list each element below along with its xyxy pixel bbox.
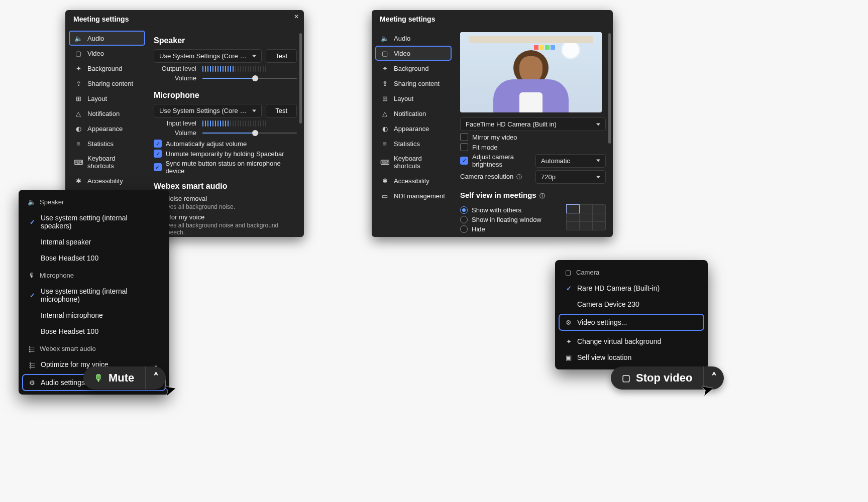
microphone-icon: 🎙 (93, 373, 103, 383)
output-level-label: Output level (154, 65, 196, 72)
keyboard-icon: ⌨ (74, 158, 82, 166)
sidebar-item-layout[interactable]: ⊞Layout (69, 91, 145, 105)
sidebar-item-label: Accessibility (394, 177, 429, 185)
test-mic-button[interactable]: Test (266, 104, 297, 117)
layout-icon: ⊞ (381, 94, 389, 102)
sidebar-item-statistics[interactable]: ≡Statistics (376, 137, 451, 151)
sidebar-item-statistics[interactable]: ≡Statistics (69, 137, 145, 151)
sidebar-item-label: Notification (394, 110, 426, 117)
sidebar-item-label: Statistics (87, 140, 114, 148)
sidebar-item-notification[interactable]: △Notification (376, 106, 451, 120)
camera-option-230[interactable]: Camera Device 230 (559, 296, 704, 312)
self-view-position-picker[interactable] (566, 204, 606, 230)
accessibility-icon: ✱ (381, 177, 389, 185)
sidebar-item-label: Audio (394, 35, 410, 42)
hide-radio[interactable] (460, 225, 468, 233)
sidebar-item-background[interactable]: ✦Background (376, 61, 451, 75)
sidebar-item-label: Sharing content (394, 80, 440, 87)
video-settings-item[interactable]: ⚙Video settings... (559, 314, 704, 330)
info-icon[interactable]: ⓘ (515, 173, 523, 181)
checkbox-label: Adjust camera brightness (472, 153, 531, 168)
change-background-item[interactable]: ✦Change virtual background (559, 333, 704, 349)
speaker-option-internal[interactable]: Internal speaker (23, 234, 165, 250)
sidebar-item-ndi[interactable]: ▭NDI management (376, 189, 451, 203)
mute-button-label: Mute (108, 371, 134, 385)
checkbox-label: Automatically adjust volume (166, 140, 247, 148)
sidebar-item-sharing[interactable]: ⇪Sharing content (376, 76, 451, 90)
wand-icon: ✦ (74, 64, 82, 72)
mic-option-bose[interactable]: Bose Headset 100 (23, 323, 165, 339)
info-icon[interactable]: ⓘ (538, 192, 547, 200)
video-settings-content: FaceTime HD Camera (Built in) Mirror my … (455, 28, 613, 237)
stats-icon: ≡ (74, 140, 82, 148)
camera-device-dropdown[interactable]: FaceTime HD Camera (Built in) (460, 117, 606, 131)
self-view-location-item[interactable]: ▣Self view location (559, 349, 704, 365)
sidebar-item-background[interactable]: ✦Background (69, 61, 145, 75)
stats-icon: ≡ (381, 140, 389, 148)
video-device-popup[interactable]: ▢Camera Rare HD Camera (Built-in) Camera… (555, 260, 708, 369)
sidebar-item-appearance[interactable]: ◐Appearance (376, 121, 451, 136)
bell-icon: △ (381, 109, 389, 117)
chevron-up-icon: ˄ (153, 371, 159, 385)
sidebar-item-kbd[interactable]: ⌨Keyboard shortcuts (69, 152, 145, 173)
mute-button[interactable]: 🎙Mute ˄ (83, 366, 166, 390)
fit-mode-checkbox[interactable] (460, 143, 468, 151)
speaker-volume-slider[interactable] (202, 75, 297, 81)
sidebar-item-kbd[interactable]: ⌨Keyboard shortcuts (376, 152, 451, 173)
sidebar-item-audio[interactable]: 🔈Audio (376, 31, 451, 45)
mirror-video-checkbox[interactable] (460, 133, 468, 141)
sync-mute-checkbox[interactable] (154, 163, 162, 171)
speaker-option-bose[interactable]: Bose Headset 100 (23, 250, 165, 266)
close-icon[interactable]: ✕ (294, 13, 299, 20)
sidebar-item-label: Sharing content (87, 80, 133, 87)
panel-title: Meeting settings (65, 10, 304, 28)
show-with-others-radio[interactable] (460, 206, 468, 214)
speaker-option-system[interactable]: Use system setting (internal speakers) (23, 210, 165, 234)
radio-label: Show with others (472, 206, 521, 214)
share-icon: ⇪ (74, 79, 82, 87)
sidebar-item-label: Keyboard shortcuts (394, 155, 446, 170)
brightness-mode-dropdown[interactable]: Automatic (535, 154, 606, 168)
mic-volume-label: Volume (154, 129, 196, 137)
camera-icon: ▢ (381, 49, 389, 57)
output-level-meter (202, 66, 266, 72)
test-speaker-button[interactable]: Test (266, 49, 297, 63)
auto-adjust-checkbox[interactable] (154, 140, 162, 148)
mic-device-dropdown[interactable]: Use System Settings (Core Processor... (154, 104, 262, 117)
speaker-device-dropdown[interactable]: Use System Settings (Core Processor... (154, 49, 262, 63)
sidebar-item-video[interactable]: ▢Video (376, 46, 451, 60)
video-settings-panel: Meeting settings 🔈Audio ▢Video ✦Backgrou… (372, 10, 613, 237)
sidebar-item-accessibility[interactable]: ✱Accessibility (69, 174, 145, 188)
mic-option-system[interactable]: Use system setting (internal microphone) (23, 283, 165, 307)
scrollbar[interactable] (299, 32, 302, 233)
panel-title: Meeting settings (372, 10, 613, 28)
audio-device-popup[interactable]: 🔈Speaker Use system setting (internal sp… (19, 190, 169, 395)
sidebar-item-label: NDI management (394, 192, 445, 200)
sidebar-item-label: Video (394, 50, 410, 57)
mic-volume-slider[interactable] (202, 130, 297, 136)
smart-audio-icon: ⬱ (28, 344, 36, 352)
layout-icon: ⊞ (74, 94, 82, 102)
appearance-icon: ◐ (74, 124, 82, 133)
mic-option-internal[interactable]: Internal microphone (23, 307, 165, 323)
checkbox-label: Sync mute button status on microphone de… (166, 160, 297, 175)
scrollbar[interactable] (608, 32, 611, 233)
unmute-spacebar-checkbox[interactable] (154, 150, 162, 158)
sidebar-item-notification[interactable]: △Notification (69, 106, 145, 120)
sidebar-item-label: Background (394, 65, 428, 72)
wand-icon: ✦ (381, 64, 389, 72)
speaker-icon: 🔈 (381, 34, 389, 42)
show-floating-radio[interactable] (460, 216, 468, 223)
section-label: Webex smart audio (40, 345, 96, 352)
sidebar-item-accessibility[interactable]: ✱Accessibility (376, 174, 451, 188)
sidebar-item-audio[interactable]: 🔈Audio (69, 31, 145, 45)
camera-option-rare[interactable]: Rare HD Camera (Built-in) (559, 280, 704, 296)
resolution-dropdown[interactable]: 720p (535, 170, 606, 184)
sidebar-item-appearance[interactable]: ◐Appearance (69, 121, 145, 136)
sidebar-item-video[interactable]: ▢Video (69, 46, 145, 60)
sidebar-item-label: Background (87, 65, 122, 72)
sidebar-item-label: Layout (87, 95, 107, 102)
adjust-brightness-checkbox[interactable] (460, 157, 468, 165)
sidebar-item-sharing[interactable]: ⇪Sharing content (69, 76, 145, 90)
sidebar-item-layout[interactable]: ⊞Layout (376, 91, 451, 105)
